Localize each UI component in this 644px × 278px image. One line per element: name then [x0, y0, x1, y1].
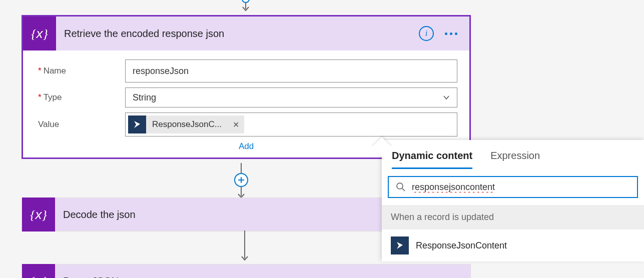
svg-line-8	[402, 188, 405, 191]
dynamics-icon	[128, 116, 146, 134]
chevron-down-icon	[443, 94, 450, 101]
action-header[interactable]: {x} Retrieve the encoded response json i	[23, 16, 469, 50]
action-retrieve-encoded-response: {x} Retrieve the encoded response json i…	[22, 15, 471, 159]
action-parse-json[interactable]: {x} Parse JSON	[22, 264, 471, 278]
variable-icon: {x}	[22, 264, 55, 278]
name-input[interactable]	[125, 60, 457, 82]
token-label: ResponseJsonC...	[152, 120, 228, 130]
action-title: Parse JSON	[55, 276, 470, 278]
search-input[interactable]	[412, 182, 630, 192]
variable-icon: {x}	[22, 198, 55, 232]
more-menu-icon[interactable]	[445, 32, 457, 35]
value-input[interactable]: ResponseJsonC... ✕	[125, 112, 457, 136]
tab-dynamic-content[interactable]: Dynamic content	[392, 150, 472, 169]
arrow-down-icon	[237, 230, 252, 264]
token-remove-icon[interactable]: ✕	[228, 120, 244, 130]
add-link[interactable]: Add	[239, 142, 254, 151]
dynamics-icon	[391, 236, 409, 254]
svg-point-7	[397, 183, 403, 189]
info-icon[interactable]: i	[419, 26, 434, 41]
variable-icon: {x}	[23, 16, 56, 50]
dynamic-content-item[interactable]: ResponseJsonContent	[382, 230, 644, 262]
arrow-down-icon	[238, 0, 253, 14]
action-title: Retrieve the encoded response json	[56, 28, 419, 40]
connector-line	[234, 163, 249, 173]
type-label: *Type	[35, 92, 125, 102]
dynamic-content-popup: Dynamic content Expression When a record…	[382, 140, 644, 262]
item-label: ResponseJsonContent	[416, 240, 507, 251]
svg-point-0	[242, 0, 249, 2]
type-select[interactable]: String	[125, 88, 457, 108]
tab-expression[interactable]: Expression	[490, 150, 540, 169]
type-selected-value: String	[133, 92, 156, 103]
value-label: Value	[35, 120, 125, 130]
dynamic-token[interactable]: ResponseJsonC... ✕	[128, 116, 244, 134]
name-label: *Name	[35, 66, 125, 76]
popup-section-header: When a record is updated	[382, 205, 644, 230]
add-step-button[interactable]	[234, 173, 248, 187]
search-icon	[396, 182, 406, 192]
